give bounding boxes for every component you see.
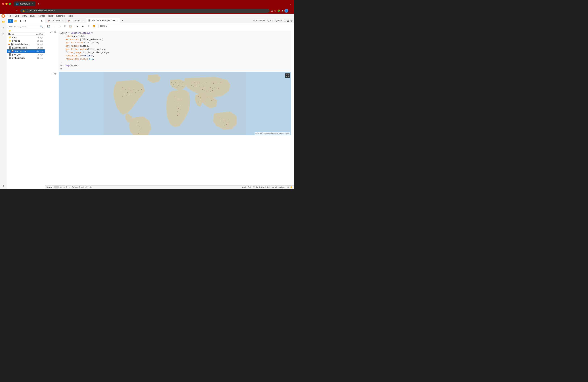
refresh-file-browser-button[interactable]: ↺ <box>23 19 27 23</box>
svg-point-99 <box>138 122 139 123</box>
folder-icon: 📁 <box>8 36 11 39</box>
cell-type-dropdown[interactable]: Code ▾ <box>99 24 109 28</box>
browser-tab-close[interactable]: × <box>32 3 33 5</box>
menu-tabs[interactable]: Tabs <box>46 14 54 18</box>
menu-settings[interactable]: Settings <box>55 14 66 18</box>
minimize-window-button[interactable] <box>5 3 8 5</box>
run-cell-button[interactable]: ▶ <box>75 24 80 28</box>
map-widget[interactable]: ⛶ © CARTO, © OpenStreetMap contributors <box>59 72 291 135</box>
notebook-settings-icon[interactable]: ⚙ <box>290 19 293 23</box>
security-icon[interactable]: 🛡 <box>253 186 255 188</box>
svg-point-78 <box>208 98 208 98</box>
browser-settings-icon[interactable]: ⋮ <box>290 9 292 12</box>
filter-files-input[interactable] <box>9 25 39 28</box>
tab-launcher-2[interactable]: 🚀 Launcher × <box>66 18 86 23</box>
cell-body[interactable]: layer = ScatterplotLayer( table=geo_tabl… <box>59 31 291 71</box>
save-button[interactable]: 💾 <box>46 24 51 28</box>
refresh-button[interactable]: ↻ <box>15 9 19 13</box>
add-tab-button[interactable]: + <box>120 18 125 23</box>
svg-point-52 <box>191 85 192 86</box>
notebook-label: Notebook <box>253 19 263 22</box>
file-item-p5[interactable]: 📓 p5.ipynb 2h ago <box>7 53 45 56</box>
restart-kernel-button[interactable]: ↺ <box>86 24 91 28</box>
new-browser-tab-button[interactable]: + <box>36 1 41 6</box>
download-icon[interactable]: ⬇ <box>281 9 283 12</box>
svg-point-95 <box>177 111 178 112</box>
tab-lonboard-demo[interactable]: 📓 lonboard-demo.ipynb × <box>86 18 120 23</box>
filter-box[interactable]: 🔍 <box>8 25 44 28</box>
menu-help[interactable]: Help <box>66 14 74 18</box>
notebook-icon: 📓 <box>8 57 11 59</box>
status-icon-2[interactable]: ⊙ <box>69 186 70 189</box>
svg-point-19 <box>171 82 172 83</box>
file-item-install-lonboard[interactable]: 📓 install-lonboard.i... 2h ago <box>7 42 45 46</box>
open-from-path-button[interactable]: 📂 <box>14 19 18 23</box>
svg-point-28 <box>175 85 175 85</box>
svg-point-107 <box>219 117 220 117</box>
file-item-lonboard-demo[interactable]: 📓 lonboard-demo.i... 16m ago <box>7 49 45 53</box>
simple-label: Simple <box>46 186 52 188</box>
address-bar[interactable]: 🔒 127.0.0.1:8080/lab/index.html <box>20 9 270 13</box>
forward-button[interactable]: → <box>8 9 13 13</box>
svg-point-7 <box>132 92 132 92</box>
git-clone-button[interactable]: ⚙ <box>40 19 44 23</box>
svg-point-48 <box>213 83 214 84</box>
modified-dot <box>8 44 10 45</box>
breadcrumb-folder-icon[interactable]: 📁 <box>8 29 11 32</box>
execution-count-label: ▶[19]: <box>50 31 57 34</box>
file-item-name: python.ipynb <box>12 57 30 59</box>
extension-icon[interactable]: 🧩 <box>277 9 280 12</box>
svg-point-38 <box>182 86 183 87</box>
svg-point-90 <box>179 104 179 104</box>
tab-close-icon-2[interactable]: × <box>83 19 84 22</box>
sidebar-icon-git[interactable]: ⊘ <box>0 25 6 31</box>
close-window-button[interactable] <box>2 3 4 5</box>
file-item-pyodide[interactable]: 📁 pyodide 2h ago <box>7 39 45 42</box>
svg-point-25 <box>181 84 182 84</box>
new-file-button[interactable]: + <box>8 19 13 23</box>
paste-cell-button[interactable]: 📋 <box>68 24 73 28</box>
tab-close-icon-3[interactable]: × <box>117 19 118 21</box>
code-content[interactable]: layer = ScatterplotLayer( table=geo_tabl… <box>59 31 291 71</box>
profile-icon[interactable]: 👤 <box>284 9 288 13</box>
file-item-javascript[interactable]: 📓 javascript.ipynb 2h ago <box>7 46 45 49</box>
sidebar-icon-extensions[interactable]: ☰ <box>0 31 6 37</box>
upload-button[interactable]: ⬆ <box>18 19 23 23</box>
maximize-window-button[interactable] <box>9 3 11 5</box>
bookmark-icon[interactable]: ☆ <box>274 9 276 12</box>
file-item-data[interactable]: 📁 data 2h ago <box>7 36 45 39</box>
column-name[interactable]: Name <box>8 33 32 35</box>
menu-view[interactable]: View <box>21 14 28 18</box>
menu-edit[interactable]: Edit <box>13 14 20 18</box>
status-icon-1[interactable]: ⊞ <box>63 186 65 189</box>
notebook-menu-icon[interactable]: ☰ <box>287 19 289 22</box>
stop-kernel-button[interactable]: ■ <box>81 24 85 28</box>
menu-file[interactable]: File <box>6 14 13 18</box>
svg-point-61 <box>209 88 209 88</box>
traffic-lights[interactable] <box>2 3 11 5</box>
sidebar-icon-settings[interactable]: ⚙ <box>0 183 6 189</box>
cast-icon[interactable]: ⊡ <box>271 9 273 12</box>
tab-launcher-1[interactable]: 🚀 Launcher × <box>46 18 66 23</box>
svg-point-24 <box>180 82 180 82</box>
copy-cell-button[interactable]: ⎘ <box>63 24 67 28</box>
browser-tab[interactable]: 🌐 JupyterLite × <box>14 1 36 6</box>
simple-toggle[interactable] <box>54 186 59 189</box>
browser-menu-icon[interactable]: ⋮ <box>289 2 292 5</box>
kernel-status-label: Python (Pyodide) | Idle <box>72 186 92 188</box>
menu-run[interactable]: Run <box>29 14 36 18</box>
file-list: 📁 data 2h ago 📁 pyodide 2h ago 📓 i <box>7 36 45 189</box>
menu-kernel[interactable]: Kernel <box>36 14 46 18</box>
file-item-python[interactable]: 📓 python.ipynb 2h ago <box>7 56 45 60</box>
cut-cell-button[interactable]: ✂ <box>57 24 62 28</box>
add-cell-button[interactable]: + <box>52 24 57 28</box>
tab-close-icon[interactable]: × <box>62 19 63 22</box>
back-button[interactable]: ← <box>2 9 7 13</box>
svg-point-66 <box>218 88 219 89</box>
open-in-new-icon[interactable]: ⧉ <box>263 19 265 22</box>
svg-point-81 <box>214 99 214 100</box>
notification-icon[interactable]: 🔔 <box>290 186 293 189</box>
sidebar-icon-folder[interactable]: 📁 <box>0 19 6 25</box>
restart-run-button[interactable]: ⏩ <box>91 24 96 28</box>
map-fullscreen-button[interactable]: ⛶ <box>285 74 290 78</box>
